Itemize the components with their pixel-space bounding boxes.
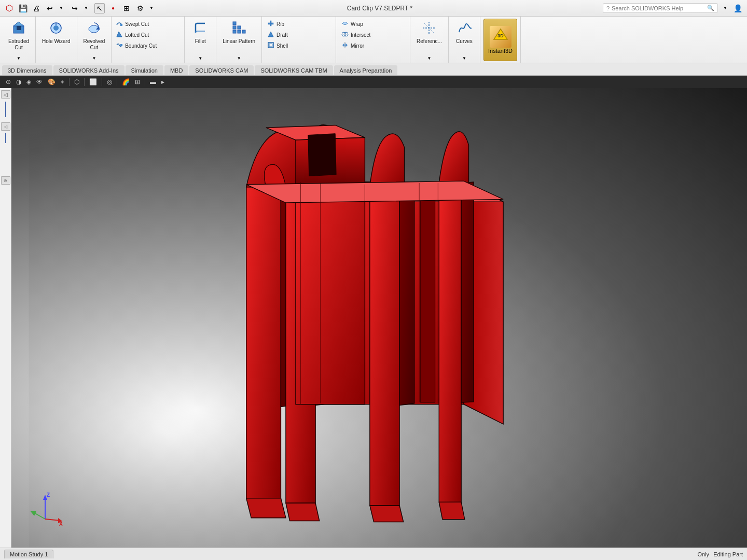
tab-3d-dimensions[interactable]: 3D Dimensions — [2, 65, 52, 75]
instant3d-icon: 3D — [490, 26, 511, 48]
mirror-button[interactable]: Mirror — [339, 40, 407, 51]
draft-icon — [267, 31, 274, 39]
record-icon[interactable]: ● — [108, 3, 118, 13]
svg-rect-14 — [233, 26, 236, 29]
svg-marker-1 — [13, 22, 24, 26]
rib-button[interactable]: Rib — [265, 19, 333, 30]
view-mesh-icon[interactable]: ⊞ — [133, 77, 142, 87]
draft-label: Draft — [276, 32, 288, 38]
viewport[interactable]: Z X — [11, 88, 747, 548]
tab-analysis-preparation[interactable]: Analysis Preparation — [334, 65, 398, 75]
settings-icon[interactable]: ⚙ — [135, 3, 145, 13]
search-input[interactable] — [612, 5, 705, 11]
shell-button[interactable]: Shell — [265, 40, 333, 51]
mirror-icon — [341, 41, 349, 50]
print-icon[interactable]: 🖨 — [31, 3, 42, 13]
intersect-button[interactable]: Intersect — [339, 30, 407, 40]
view-lighting-icon[interactable]: ◎ — [105, 77, 114, 87]
tab-solidworks-cam-tbm[interactable]: SOLIDWORKS CAM TBM — [255, 65, 333, 75]
save-icon[interactable]: 💾 — [18, 3, 28, 13]
revolved-cut-button[interactable]: RevolvedCut — [80, 19, 108, 53]
svg-text:X: X — [59, 521, 63, 527]
sidebar-indicator — [5, 102, 6, 117]
view-copy-icon[interactable]: ⬜ — [88, 77, 99, 87]
fillet-dropdown[interactable]: ▼ — [197, 54, 204, 62]
svg-marker-9 — [117, 32, 122, 37]
view-hide-icon[interactable]: 👁 — [35, 77, 44, 87]
hole-wizard-label: Hole Wizard — [42, 38, 70, 45]
revolved-cut-dropdown[interactable]: ▼ — [90, 54, 98, 62]
svg-rect-12 — [238, 30, 241, 33]
instant3d-button[interactable]: 3D Instant3D — [483, 19, 517, 61]
curves-group: Curves ▼ — [449, 17, 480, 63]
undo-dropdown-icon[interactable]: ▼ — [56, 3, 66, 13]
fillet-button[interactable]: Fillet — [188, 19, 213, 47]
tab-solidworks-cam[interactable]: SOLIDWORKS CAM — [189, 65, 254, 75]
svg-marker-52 — [439, 183, 461, 502]
view-snap-icon[interactable]: ⌖ — [59, 77, 66, 87]
svg-marker-42 — [286, 503, 320, 521]
redo-dropdown-icon[interactable]: ▼ — [81, 3, 91, 13]
wrap-group: Wrap Intersect Mirror — [336, 17, 410, 63]
motion-study-tab[interactable]: Motion Study 1 — [4, 550, 53, 558]
tab-simulation[interactable]: Simulation — [126, 65, 163, 75]
undo-icon[interactable]: ↩ — [45, 3, 55, 13]
linear-pattern-group: Linear Pattern ▼ — [216, 17, 262, 63]
extruded-cut-dropdown[interactable]: ▼ — [15, 54, 22, 62]
view-separator-3 — [102, 78, 102, 86]
curves-dropdown[interactable]: ▼ — [461, 54, 468, 62]
view-monitor-icon[interactable]: ▬ — [148, 77, 158, 87]
view-orient-icon[interactable]: ⊙ — [4, 77, 12, 87]
rib-label: Rib — [276, 21, 284, 27]
draft-button[interactable]: Draft — [265, 30, 333, 40]
sidebar-collapse-top[interactable]: ◁ — [1, 90, 10, 99]
svg-marker-51 — [420, 184, 435, 402]
pointer-icon[interactable]: ↖ — [94, 3, 105, 13]
settings-dropdown-icon[interactable]: ▼ — [146, 3, 157, 13]
swept-cut-button[interactable]: Swept Cut — [114, 19, 181, 30]
hole-wizard-icon — [49, 21, 63, 37]
revolved-cut-group: RevolvedCut ▼ — [77, 17, 112, 63]
curves-button[interactable]: Curves — [452, 19, 477, 47]
view-3d-icon[interactable]: ⬡ — [73, 77, 81, 87]
rib-icon — [267, 20, 274, 29]
view-separator-2 — [84, 78, 85, 86]
dropdown-arrow-icon[interactable]: ▼ — [720, 3, 730, 13]
intersect-label: Intersect — [351, 32, 370, 38]
shell-label: Shell — [276, 43, 288, 49]
surface-tools-group: Rib Draft Shell — [262, 17, 336, 63]
redo-icon[interactable]: ↪ — [70, 3, 80, 13]
sidebar-btn-2[interactable]: ⊙ — [1, 176, 10, 185]
view-more-icon[interactable]: ▸ — [160, 77, 166, 87]
svg-rect-18 — [270, 21, 271, 26]
reference-dropdown[interactable]: ▼ — [425, 54, 433, 62]
title-bar: ⬡ 💾 🖨 ↩ ▼ ↪ ▼ ↖ ● ⊞ ⚙ ▼ Card Clip V7.SLD… — [0, 0, 747, 17]
view-appearance-icon[interactable]: 🎨 — [46, 77, 57, 87]
linear-pattern-button[interactable]: Linear Pattern — [219, 19, 258, 47]
user-icon[interactable]: 👤 — [732, 3, 743, 13]
grid-icon[interactable]: ⊞ — [121, 3, 132, 13]
reference-button[interactable]: Referenc... — [413, 19, 445, 47]
reference-group: Referenc... ▼ — [410, 17, 449, 63]
view-display-icon[interactable]: ◈ — [25, 77, 33, 87]
swept-cut-icon — [116, 20, 123, 29]
lofted-cut-button[interactable]: Lofted Cut — [114, 30, 181, 40]
extruded-cut-button[interactable]: ExtrudedCut — [5, 19, 32, 53]
hole-wizard-button[interactable]: Hole Wizard — [39, 19, 73, 47]
extruded-cut-group: ExtrudedCut ▼ — [2, 17, 36, 63]
titlebar-left: ⬡ 💾 🖨 ↩ ▼ ↪ ▼ ↖ ● ⊞ ⚙ ▼ — [4, 3, 157, 13]
left-sidebar: ◁ ◁ ⊙ — [0, 88, 11, 548]
linear-pattern-dropdown[interactable]: ▼ — [236, 54, 243, 62]
sw-logo-icon[interactable]: ⬡ — [4, 3, 15, 13]
wrap-button[interactable]: Wrap — [339, 19, 407, 30]
tab-solidworks-addins[interactable]: SOLIDWORKS Add-Ins — [53, 65, 125, 75]
view-color-icon[interactable]: 🌈 — [120, 77, 131, 87]
sidebar-btn-1[interactable]: ◁ — [1, 122, 10, 131]
status-text: Only — [698, 551, 710, 557]
view-section-icon[interactable]: ◑ — [15, 77, 23, 87]
svg-rect-10 — [120, 44, 122, 46]
tab-mbd[interactable]: MBD — [164, 65, 188, 75]
lofted-cut-label: Lofted Cut — [125, 32, 149, 38]
boundary-cut-icon — [116, 41, 123, 50]
boundary-cut-button[interactable]: Boundary Cut — [114, 40, 181, 51]
